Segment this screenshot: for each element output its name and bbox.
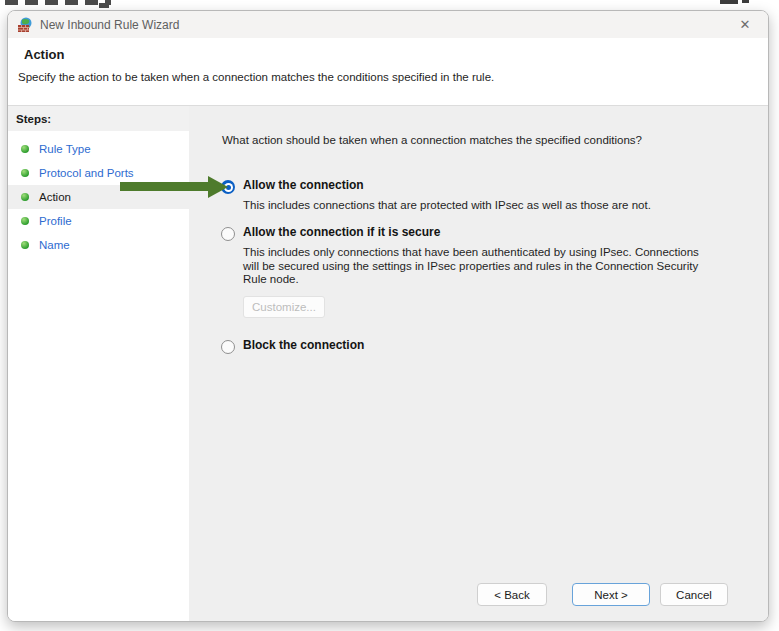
firewall-app-icon	[17, 17, 33, 33]
background-window-fragment	[5, 0, 111, 5]
wizard-button-row: < Back Next > Cancel	[477, 583, 728, 606]
sidebar-item-rule-type[interactable]: Rule Type	[8, 137, 189, 161]
cancel-button[interactable]: Cancel	[660, 583, 728, 606]
wizard-page-header: Action Specify the action to be taken wh…	[8, 38, 768, 106]
steps-sidebar-title: Steps:	[8, 106, 189, 131]
step-bullet-icon	[21, 193, 29, 201]
radio-block-the-connection[interactable]	[221, 340, 235, 354]
annotation-arrow-icon	[120, 182, 209, 191]
background-window-fragment	[99, 3, 109, 8]
sidebar-item-label: Action	[39, 191, 71, 203]
sidebar-item-profile[interactable]: Profile	[8, 209, 189, 233]
option-description-allow-if-secure: This includes only connections that have…	[243, 246, 723, 287]
question-text: What action should be taken when a conne…	[222, 134, 642, 146]
background-window-fragment	[742, 0, 749, 3]
radio-allow-if-secure[interactable]	[221, 227, 235, 241]
option-description-allow: This includes connections that are prote…	[243, 199, 723, 213]
option-label-allow[interactable]: Allow the connection	[243, 178, 364, 192]
sidebar-item-label: Profile	[39, 215, 72, 227]
next-button[interactable]: Next >	[572, 583, 650, 606]
sidebar-item-label: Protocol and Ports	[39, 167, 134, 179]
sidebar-item-label: Rule Type	[39, 143, 91, 155]
window-title: New Inbound Rule Wizard	[40, 18, 731, 32]
page-title: Action	[24, 47, 768, 62]
step-bullet-icon	[21, 217, 29, 225]
title-bar[interactable]: New Inbound Rule Wizard ✕	[8, 11, 768, 38]
step-bullet-icon	[21, 241, 29, 249]
option-label-allow-if-secure[interactable]: Allow the connection if it is secure	[243, 225, 440, 239]
step-bullet-icon	[21, 145, 29, 153]
background-window-fragment	[720, 0, 738, 4]
wizard-content-panel: What action should be taken when a conne…	[189, 106, 768, 621]
option-label-block[interactable]: Block the connection	[243, 338, 364, 352]
page-description: Specify the action to be taken when a co…	[18, 71, 768, 83]
customize-button[interactable]: Customize...	[243, 296, 325, 318]
step-bullet-icon	[21, 169, 29, 177]
desktop-background: New Inbound Rule Wizard ✕ Action Specify…	[0, 0, 779, 631]
new-inbound-rule-wizard-dialog: New Inbound Rule Wizard ✕ Action Specify…	[7, 10, 769, 622]
back-button[interactable]: < Back	[477, 583, 547, 606]
annotation-arrow-icon	[208, 176, 228, 198]
sidebar-item-label: Name	[39, 239, 70, 251]
sidebar-item-name[interactable]: Name	[8, 233, 189, 257]
close-icon[interactable]: ✕	[731, 11, 759, 38]
